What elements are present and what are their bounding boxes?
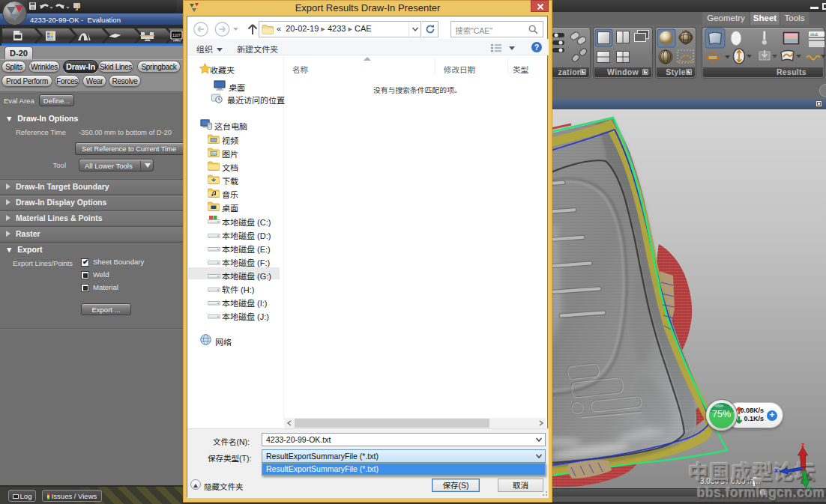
svg-text:z: z xyxy=(801,441,805,449)
svg-text:dxΔ: dxΔ xyxy=(810,32,818,37)
svg-text:1107: 1107 xyxy=(172,33,181,37)
svg-text:x: x xyxy=(774,467,778,474)
svg-text:Y: Y xyxy=(807,485,812,493)
